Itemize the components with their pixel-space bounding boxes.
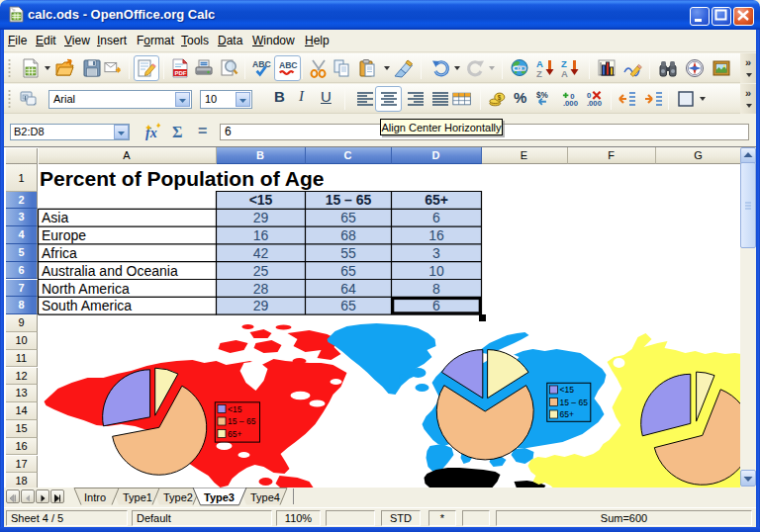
svg-text:Intro: Intro xyxy=(84,491,106,503)
svg-text:15 – 65: 15 – 65 xyxy=(559,398,588,407)
svg-text:North America: North America xyxy=(42,281,130,297)
svg-text:29: 29 xyxy=(253,210,269,225)
svg-text:<15: <15 xyxy=(559,385,574,395)
svg-text:15 – 65: 15 – 65 xyxy=(326,192,372,208)
svg-text:65+: 65+ xyxy=(559,409,573,419)
svg-text:=: = xyxy=(198,123,207,139)
svg-text:65+: 65+ xyxy=(425,192,448,208)
svg-text:Europe: Europe xyxy=(42,227,86,243)
svg-text:<15: <15 xyxy=(228,404,242,414)
svg-text:6: 6 xyxy=(432,298,440,313)
svg-text:65: 65 xyxy=(340,210,356,225)
svg-text:South America: South America xyxy=(42,298,132,313)
svg-text:68: 68 xyxy=(340,227,356,243)
svg-text:Africa: Africa xyxy=(42,245,77,261)
svg-text:.000: .000 xyxy=(563,99,578,108)
svg-text:.000: .000 xyxy=(587,99,602,108)
svg-text:28: 28 xyxy=(253,281,269,297)
svg-text:Type3: Type3 xyxy=(204,491,235,503)
svg-text:ABC: ABC xyxy=(279,60,298,70)
svg-text:29: 29 xyxy=(253,298,269,313)
svg-text:$: $ xyxy=(498,94,502,102)
svg-text:$%: $% xyxy=(536,91,549,100)
svg-text:Z: Z xyxy=(536,68,542,78)
svg-text:15 – 65: 15 – 65 xyxy=(228,416,256,426)
svg-text:Type2: Type2 xyxy=(163,491,193,503)
svg-text:64: 64 xyxy=(340,281,356,297)
svg-text:10: 10 xyxy=(428,263,444,279)
svg-text:25: 25 xyxy=(253,263,269,279)
svg-text:Australia and Oceania: Australia and Oceania xyxy=(42,263,178,279)
svg-text:65: 65 xyxy=(340,263,356,279)
svg-text:Asia: Asia xyxy=(42,210,68,225)
svg-text:55: 55 xyxy=(340,245,356,261)
svg-text:65: 65 xyxy=(340,298,356,313)
svg-text:42: 42 xyxy=(253,245,269,261)
svg-text:A: A xyxy=(561,68,568,78)
svg-text:Type4: Type4 xyxy=(250,491,280,503)
svg-text:16: 16 xyxy=(428,227,444,243)
svg-text:Σ: Σ xyxy=(172,124,182,140)
svg-text:8: 8 xyxy=(432,281,440,297)
svg-text:ABC: ABC xyxy=(252,59,271,69)
svg-text:<15: <15 xyxy=(249,192,273,208)
svg-text:16: 16 xyxy=(253,227,269,243)
svg-text:3: 3 xyxy=(432,245,440,261)
svg-text:65+: 65+ xyxy=(228,429,241,439)
svg-text:PDF: PDF xyxy=(174,70,186,76)
svg-text:6: 6 xyxy=(432,210,440,225)
svg-text:Type1: Type1 xyxy=(123,491,152,503)
